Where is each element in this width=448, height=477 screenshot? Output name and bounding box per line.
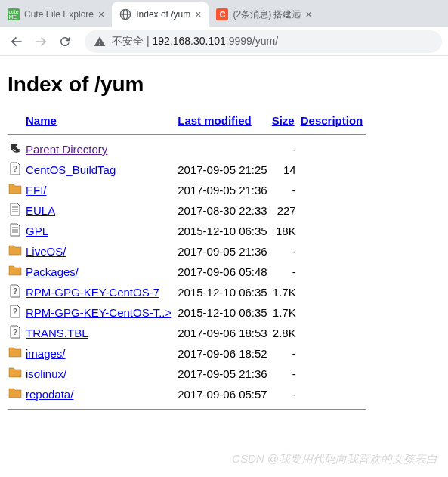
description-cell — [301, 364, 369, 384]
favicon-cute-icon: cuteME — [8, 8, 20, 20]
sort-description[interactable]: Description — [301, 114, 363, 127]
table-row: isolinux/2017-09-05 21:36- — [8, 364, 369, 384]
divider — [8, 134, 366, 135]
size-cell: - — [272, 241, 301, 262]
description-cell — [301, 343, 369, 364]
description-cell — [301, 302, 369, 323]
size-cell: - — [272, 262, 301, 282]
description-cell — [301, 221, 369, 241]
watermark: CSDN @我要用代码向我喜欢的女孩表白 — [232, 452, 437, 466]
file-link[interactable]: images/ — [26, 347, 66, 360]
size-cell: 18K — [272, 221, 301, 241]
table-row: LiveOS/2017-09-05 21:36- — [8, 241, 369, 262]
description-cell — [301, 241, 369, 262]
size-cell: 227 — [272, 200, 301, 221]
file-link[interactable]: isolinux/ — [26, 367, 66, 380]
description-cell — [301, 160, 369, 180]
back-icon — [8, 141, 23, 156]
table-row: Parent Directory- — [8, 139, 369, 160]
table-row: EFI/2017-09-05 21:36- — [8, 180, 369, 200]
modified-cell: 2017-09-06 05:57 — [178, 384, 271, 404]
globe-icon — [119, 8, 131, 20]
address-bar[interactable]: 不安全 | 192.168.30.101:9999/yum/ — [85, 30, 442, 53]
table-row: RPM-GPG-KEY-CentOS-72015-12-10 06:351.7K — [8, 282, 369, 302]
tab-cute-file-explorer[interactable]: cuteME Cute File Explore × — [0, 2, 112, 27]
folder-icon — [8, 386, 23, 401]
table-row: RPM-GPG-KEY-CentOS-T..>2015-12-10 06:351… — [8, 302, 369, 323]
unknown-icon — [8, 161, 23, 176]
reload-button[interactable] — [54, 31, 76, 52]
modified-cell: 2017-09-06 18:52 — [178, 343, 271, 364]
modified-cell: 2015-12-10 06:35 — [178, 302, 271, 323]
table-row: TRANS.TBL2017-09-06 18:532.8K — [8, 323, 369, 343]
tab-csdn[interactable]: C (2条消息) 搭建远 × — [209, 2, 319, 27]
modified-cell: 2015-12-10 06:35 — [178, 221, 271, 241]
tab-title: Index of /yum — [136, 9, 190, 20]
table-row: repodata/2017-09-06 05:57- — [8, 384, 369, 404]
file-link[interactable]: TRANS.TBL — [26, 327, 88, 339]
sort-name[interactable]: Name — [26, 114, 57, 127]
size-cell: - — [272, 364, 301, 384]
insecure-icon — [94, 36, 106, 48]
unknown-icon — [8, 324, 23, 339]
unknown-icon — [8, 283, 23, 299]
page-content: Index of /yum Name Last modified Size De… — [0, 56, 448, 422]
size-cell: - — [272, 384, 301, 404]
tab-strip: cuteME Cute File Explore × Index of /yum… — [0, 0, 448, 27]
file-link[interactable]: RPM-GPG-KEY-CentOS-7 — [26, 286, 159, 299]
description-cell — [301, 384, 369, 404]
size-cell: 2.8K — [272, 323, 301, 343]
table-row: CentOS_BuildTag2017-09-05 21:2514 — [8, 160, 369, 180]
folder-icon — [8, 243, 23, 258]
folder-icon — [8, 181, 23, 197]
size-cell: 1.7K — [272, 282, 301, 302]
directory-listing: Name Last modified Size Description Pare… — [8, 112, 369, 414]
table-row: images/2017-09-06 18:52- — [8, 343, 369, 364]
close-icon[interactable]: × — [98, 8, 104, 20]
file-link[interactable]: Packages/ — [26, 265, 79, 278]
description-cell — [301, 323, 369, 343]
size-cell: - — [272, 180, 301, 200]
file-link[interactable]: Parent Directory — [26, 143, 107, 156]
file-link[interactable]: LiveOS/ — [26, 245, 66, 258]
modified-cell — [178, 139, 271, 160]
folder-icon — [8, 263, 23, 278]
url-display: 不安全 | 192.168.30.101:9999/yum/ — [112, 35, 278, 48]
tab-title: (2条消息) 搭建远 — [233, 8, 301, 21]
size-cell: - — [272, 139, 301, 160]
favicon-csdn-icon: C — [216, 8, 228, 20]
forward-button[interactable] — [30, 31, 51, 52]
folder-icon — [8, 365, 23, 380]
modified-cell: 2017-09-05 21:36 — [178, 180, 271, 200]
text-icon — [8, 202, 23, 217]
tab-index-of-yum[interactable]: Index of /yum × — [112, 2, 209, 27]
file-link[interactable]: GPL — [26, 225, 48, 237]
text-icon — [8, 222, 23, 237]
description-cell — [301, 180, 369, 200]
file-link[interactable]: EFI/ — [26, 184, 47, 197]
modified-cell: 2017-09-05 21:36 — [178, 364, 271, 384]
file-link[interactable]: CentOS_BuildTag — [26, 163, 116, 176]
table-row: Packages/2017-09-06 05:48- — [8, 262, 369, 282]
toolbar: 不安全 | 192.168.30.101:9999/yum/ — [0, 27, 448, 56]
description-cell — [301, 262, 369, 282]
description-cell — [301, 200, 369, 221]
header-row: Name Last modified Size Description — [8, 112, 369, 129]
sort-size[interactable]: Size — [272, 114, 295, 127]
sort-modified[interactable]: Last modified — [178, 114, 252, 127]
close-icon[interactable]: × — [305, 8, 311, 20]
page-title: Index of /yum — [8, 73, 440, 97]
modified-cell: 2017-09-06 05:48 — [178, 262, 271, 282]
size-cell: 1.7K — [272, 302, 301, 323]
size-cell: - — [272, 343, 301, 364]
file-link[interactable]: EULA — [26, 204, 55, 217]
divider — [8, 409, 366, 410]
back-button[interactable] — [6, 31, 27, 52]
table-row: GPL2015-12-10 06:3518K — [8, 221, 369, 241]
description-cell — [301, 139, 369, 160]
close-icon[interactable]: × — [195, 8, 201, 20]
size-cell: 14 — [272, 160, 301, 180]
tab-title: Cute File Explore — [24, 9, 94, 20]
file-link[interactable]: repodata/ — [26, 388, 73, 401]
file-link[interactable]: RPM-GPG-KEY-CentOS-T..> — [26, 306, 171, 319]
